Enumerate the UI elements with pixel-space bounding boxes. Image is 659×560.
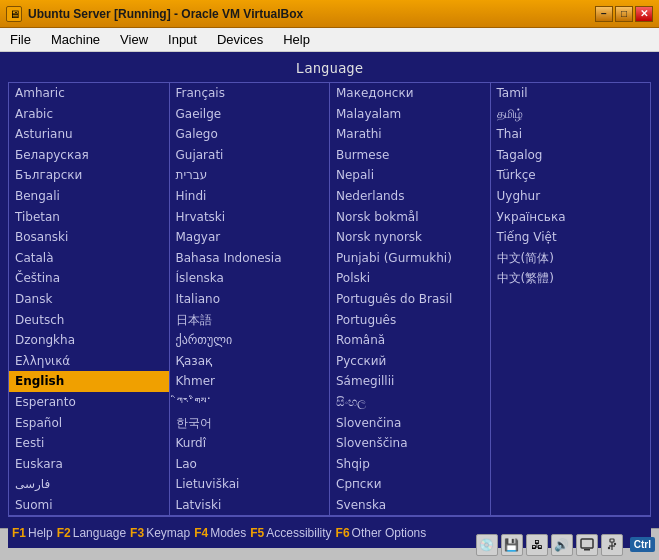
list-item[interactable]: Català xyxy=(9,248,169,269)
list-item[interactable]: Shqip xyxy=(330,454,490,475)
list-item[interactable]: Arabic xyxy=(9,104,169,125)
list-item[interactable]: සිංහල xyxy=(330,392,490,413)
list-item[interactable]: Nepali xyxy=(330,165,490,186)
list-item[interactable]: Malayalam xyxy=(330,104,490,125)
list-item[interactable]: Lao xyxy=(170,454,330,475)
list-item[interactable]: Ελληνικά xyxy=(9,351,169,372)
list-item[interactable]: Български xyxy=(9,165,169,186)
list-item[interactable]: Bosanski xyxy=(9,227,169,248)
list-item[interactable]: Asturianu xyxy=(9,124,169,145)
list-item[interactable]: Bengali xyxy=(9,186,169,207)
list-item[interactable]: 한국어 xyxy=(170,413,330,434)
network-icon[interactable]: 🖧 xyxy=(526,534,548,556)
list-item[interactable]: Burmese xyxy=(330,145,490,166)
list-item[interactable]: Polski xyxy=(330,268,490,289)
fn-other[interactable]: F6 Other Options xyxy=(336,526,427,540)
usb-icon[interactable] xyxy=(601,534,623,556)
cd-icon[interactable]: 💿 xyxy=(476,534,498,556)
list-item[interactable]: 中文(繁體) xyxy=(491,268,651,289)
list-item[interactable]: Српски xyxy=(330,474,490,495)
list-item[interactable]: Hrvatski xyxy=(170,207,330,228)
list-item[interactable]: Norsk bokmål xyxy=(330,207,490,228)
list-item[interactable]: Türkçe xyxy=(491,165,651,186)
list-item[interactable]: Uyghur xyxy=(491,186,651,207)
menu-view[interactable]: View xyxy=(110,28,158,51)
list-item[interactable]: Sámegillii xyxy=(330,371,490,392)
list-item[interactable]: Esperanto xyxy=(9,392,169,413)
menu-machine[interactable]: Machine xyxy=(41,28,110,51)
list-item[interactable]: Suomi xyxy=(9,495,169,516)
list-item[interactable]: Íslenska xyxy=(170,268,330,289)
list-item[interactable]: Hindi xyxy=(170,186,330,207)
list-item[interactable]: Português xyxy=(330,310,490,331)
list-item[interactable]: Khmer xyxy=(170,371,330,392)
list-item[interactable]: Беларуская xyxy=(9,145,169,166)
fn-keymap[interactable]: F3 Keymap xyxy=(130,526,190,540)
f6-desc: Other Options xyxy=(352,526,427,540)
list-item[interactable]: Tagalog xyxy=(491,145,651,166)
list-item[interactable]: Tiếng Việt xyxy=(491,227,651,248)
maximize-button[interactable]: □ xyxy=(615,6,633,22)
language-english[interactable]: English xyxy=(9,371,169,392)
list-item[interactable]: עברית xyxy=(170,165,330,186)
list-item[interactable]: தமிழ் xyxy=(491,104,651,125)
fn-modes[interactable]: F4 Modes xyxy=(194,526,246,540)
menu-input[interactable]: Input xyxy=(158,28,207,51)
list-item[interactable]: Lietuviškai xyxy=(170,474,330,495)
list-item[interactable]: Français xyxy=(170,83,330,104)
list-item[interactable]: ქართული xyxy=(170,330,330,351)
list-item[interactable]: Қазақ xyxy=(170,351,330,372)
list-item[interactable]: Tamil xyxy=(491,83,651,104)
fn-accessibility[interactable]: F5 Accessibility xyxy=(250,526,331,540)
list-item[interactable]: فارسی xyxy=(9,474,169,495)
list-item[interactable]: Tibetan xyxy=(9,207,169,228)
list-item[interactable]: Norsk nynorsk xyxy=(330,227,490,248)
f3-desc: Keymap xyxy=(146,526,190,540)
list-item[interactable]: 日本語 xyxy=(170,310,330,331)
menu-file[interactable]: File xyxy=(0,28,41,51)
list-item[interactable]: Gaeilge xyxy=(170,104,330,125)
minimize-button[interactable]: − xyxy=(595,6,613,22)
app-icon: 🖥 xyxy=(6,6,22,22)
list-item[interactable]: Gujarati xyxy=(170,145,330,166)
window-controls: − □ ✕ xyxy=(595,6,653,22)
list-item[interactable]: Slovenščina xyxy=(330,433,490,454)
menu-help[interactable]: Help xyxy=(273,28,320,51)
list-item[interactable]: Euskara xyxy=(9,454,169,475)
list-item[interactable]: Marathi xyxy=(330,124,490,145)
list-item[interactable]: Español xyxy=(9,413,169,434)
list-item[interactable]: Slovenčina xyxy=(330,413,490,434)
list-item[interactable]: Dansk xyxy=(9,289,169,310)
list-item[interactable]: Eesti xyxy=(9,433,169,454)
display-icon[interactable] xyxy=(576,534,598,556)
close-button[interactable]: ✕ xyxy=(635,6,653,22)
fn-language[interactable]: F2 Language xyxy=(57,526,126,540)
list-item[interactable]: Latviski xyxy=(170,495,330,516)
list-item[interactable]: Čeština xyxy=(9,268,169,289)
f2-label: F2 xyxy=(57,526,71,540)
list-item[interactable]: 中文(简体) xyxy=(491,248,651,269)
list-item[interactable]: Dzongkha xyxy=(9,330,169,351)
list-item[interactable]: Deutsch xyxy=(9,310,169,331)
list-item[interactable]: Italiano xyxy=(170,289,330,310)
list-item[interactable]: Nederlands xyxy=(330,186,490,207)
list-item[interactable]: Македонски xyxy=(330,83,490,104)
list-item[interactable]: Amharic xyxy=(9,83,169,104)
fn-help[interactable]: F1 Help xyxy=(12,526,53,540)
list-item[interactable]: Kurdî xyxy=(170,433,330,454)
list-item[interactable]: ཀིར་གིས་ xyxy=(170,392,330,413)
list-item[interactable]: Українська xyxy=(491,207,651,228)
main-content: Language Amharic Arabic Asturianu Белару… xyxy=(0,52,659,528)
list-item[interactable]: Svenska xyxy=(330,495,490,516)
list-item[interactable]: Punjabi (Gurmukhi) xyxy=(330,248,490,269)
list-item[interactable]: Română xyxy=(330,330,490,351)
list-item[interactable]: Galego xyxy=(170,124,330,145)
sound-icon[interactable]: 🔊 xyxy=(551,534,573,556)
list-item[interactable]: Magyar xyxy=(170,227,330,248)
list-item[interactable]: Thai xyxy=(491,124,651,145)
disk-icon[interactable]: 💾 xyxy=(501,534,523,556)
menu-devices[interactable]: Devices xyxy=(207,28,273,51)
list-item[interactable]: Русский xyxy=(330,351,490,372)
list-item[interactable]: Bahasa Indonesia xyxy=(170,248,330,269)
list-item[interactable]: Português do Brasil xyxy=(330,289,490,310)
